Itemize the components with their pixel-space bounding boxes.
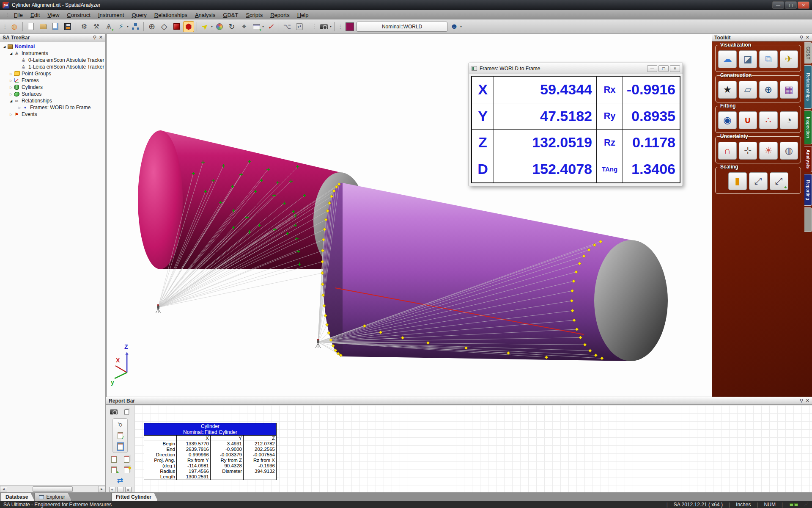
toolbar-grip[interactable]: ⋮ — [5, 12, 9, 18]
menu-instrument[interactable]: Instrument — [94, 11, 128, 19]
expander-icon[interactable]: ▷ — [8, 79, 14, 83]
close-icon[interactable]: ✕ — [806, 398, 809, 403]
pin-icon[interactable]: ⚲ — [800, 35, 803, 40]
report-page-grid[interactable]: Cylinder Nominal::Fitted Cylinder X YZ B… — [134, 405, 812, 492]
tab-stub[interactable] — [804, 207, 812, 232]
report-add-icon[interactable]: + — [109, 466, 118, 474]
tree-item-tracker-0[interactable]: Ѧ 0-Leica emScon Absolute Tracker (AT90 — [0, 57, 105, 64]
maximize-button[interactable]: ▢ — [785, 1, 797, 9]
screenshot-camera-icon[interactable] — [318, 21, 329, 32]
fit-checker-magnet-icon[interactable]: ∪ — [739, 111, 757, 129]
selection-rect-icon[interactable] — [306, 21, 317, 32]
menu-construct[interactable]: Construct — [63, 11, 94, 19]
close-icon[interactable]: ✕ — [99, 35, 103, 40]
callout-dropdown-icon[interactable]: ▾ — [262, 25, 264, 28]
zoom-in-button[interactable]: + — [109, 487, 115, 492]
uncertainty-field-icon[interactable]: ∩ — [718, 142, 737, 160]
run-dropdown-icon[interactable]: ▾ — [127, 25, 129, 28]
overflow-chevron-icon[interactable]: ▾ — [330, 25, 332, 28]
minimize-button[interactable]: — — [772, 1, 784, 9]
tree-item-frames[interactable]: ▷ Frames — [0, 77, 105, 84]
overflow-chevron-icon[interactable]: ▾ — [460, 25, 462, 28]
zoom-fit-button[interactable]: = — [125, 487, 132, 492]
report-single-icon[interactable] — [109, 455, 118, 464]
refresh-icon[interactable]: ⇄ — [115, 476, 125, 485]
tree-item-instruments[interactable]: ◢ Ѧ Instruments — [0, 50, 105, 57]
point-cloud-filter-icon[interactable]: ☁ — [718, 50, 737, 68]
pin-icon[interactable]: ⚲ — [800, 398, 803, 403]
view-cube-icon[interactable]: ⧉ — [759, 50, 778, 68]
close-icon[interactable]: ✕ — [806, 35, 809, 40]
add-instrument-icon[interactable]: Ѧ+ — [103, 21, 114, 32]
dialog-maximize-icon[interactable]: ▢ — [658, 65, 669, 72]
fit-cloud-magnet-icon[interactable]: ∴ — [759, 111, 778, 129]
toolbar-grip[interactable]: ⋮ — [338, 24, 342, 30]
toolbar-grip[interactable]: ⋮ — [3, 24, 7, 30]
pan-view-icon[interactable]: ⌖ — [239, 21, 250, 32]
menu-analysis[interactable]: Analysis — [191, 11, 219, 19]
wire-box-icon[interactable]: ◇ — [159, 21, 170, 32]
tree-item-tracker-1[interactable]: Ѧ 1-Leica emScon Absolute Tracker (AT90 — [0, 64, 105, 70]
dialog-minimize-icon[interactable]: — — [647, 65, 657, 72]
auto-construct-icon[interactable]: ★ — [718, 81, 737, 99]
menu-help[interactable]: Help — [294, 11, 313, 19]
tab-relationships[interactable]: Relationships — [804, 65, 812, 109]
menu-reports[interactable]: Reports — [266, 11, 294, 19]
run-interface-icon[interactable]: ⚡ — [115, 21, 126, 32]
menu-gdt[interactable]: GD&T — [219, 11, 242, 19]
pick-arrow-icon[interactable]: ➤ — [198, 19, 213, 34]
wrench-icon[interactable]: ⚒ — [91, 21, 102, 32]
copy-pages-icon[interactable] — [122, 408, 131, 416]
fit-gauge-icon[interactable]: ◔ — [780, 111, 798, 129]
tab-explorer[interactable]: Explorer — [34, 493, 71, 501]
tree-item-point-groups[interactable]: ▷ Point Groups — [0, 70, 105, 77]
tree-item-relationships[interactable]: ◢ ∞ Relationships — [0, 97, 105, 104]
resize-grip-icon[interactable]: ⋰ — [804, 502, 809, 507]
help-ring-icon[interactable]: ◍ — [9, 21, 20, 32]
new-file-icon[interactable] — [25, 21, 36, 32]
snapshot-camera-icon[interactable] — [109, 408, 118, 416]
scroll-left-icon[interactable]: ◄ — [0, 486, 7, 492]
menu-relationships[interactable]: Relationships — [151, 11, 191, 19]
menu-edit[interactable]: Edit — [27, 11, 44, 19]
enter-return-icon[interactable]: ↵ — [294, 21, 305, 32]
solid-hexagon-active-icon[interactable]: ⬢ — [183, 21, 194, 32]
expander-icon[interactable]: ▷ — [8, 92, 14, 96]
zoom-out-button[interactable]: - — [117, 487, 123, 492]
pin-icon[interactable]: ⚲ — [93, 35, 96, 40]
save-file-icon[interactable] — [62, 21, 73, 32]
report-stack-new-icon[interactable]: ◆ — [122, 466, 131, 474]
circle-center-icon[interactable]: ⊕ — [759, 81, 778, 99]
open-file-icon[interactable] — [38, 21, 49, 32]
color-voxel-icon[interactable]: ▦ — [780, 81, 798, 99]
dialog-title-bar[interactable]: Frames: WORLD to Frame — ▢ ✕ — [469, 63, 683, 74]
tree-hierarchy-icon[interactable]: ⌥ — [282, 21, 293, 32]
solid-cube-icon[interactable] — [171, 21, 182, 32]
instrument-network-icon[interactable] — [130, 21, 141, 32]
scrollbar-thumb[interactable] — [33, 486, 73, 492]
dialog-close-icon[interactable]: ✕ — [670, 65, 680, 72]
uncertainty-cylinder-icon[interactable]: ◍ — [780, 142, 798, 160]
tab-analysis[interactable]: Analysis — [804, 146, 812, 172]
expander-icon[interactable]: ▷ — [8, 86, 14, 89]
menu-file[interactable]: File — [10, 11, 27, 19]
frames-world-to-frame-dialog[interactable]: Frames: WORLD to Frame — ▢ ✕ X 59.4344 R… — [469, 63, 683, 186]
menu-view[interactable]: View — [44, 11, 63, 19]
thermometer-scale-icon[interactable]: ▮ — [728, 172, 747, 190]
active-color-swatch[interactable] — [344, 21, 355, 32]
rotate-view-icon[interactable]: ↻ — [226, 21, 237, 32]
tab-reporting[interactable]: Reporting — [804, 174, 812, 206]
tab-fitted-cylinder[interactable]: Fitted Cylinder — [111, 493, 158, 501]
fly-through-icon[interactable]: ✈ — [780, 50, 798, 68]
tab-gdt[interactable]: GD&T — [804, 42, 812, 64]
tree-item-events[interactable]: ▷ ⚑ Events — [0, 111, 105, 118]
palette-icon[interactable] — [214, 21, 225, 32]
report-frame-selected-icon[interactable] — [115, 442, 125, 451]
expander-icon[interactable]: ▷ — [8, 113, 14, 116]
frame-manager-icon[interactable]: ☻ — [449, 21, 460, 32]
scroll-right-icon[interactable]: ► — [98, 486, 105, 492]
frame-selector-combo[interactable]: Nominal::WORLD — [357, 22, 447, 32]
expander-icon[interactable]: ▷ — [8, 72, 14, 76]
tree-item-nominal[interactable]: ◢ Nominal — [0, 43, 105, 50]
status-units[interactable]: Inches — [736, 502, 751, 508]
